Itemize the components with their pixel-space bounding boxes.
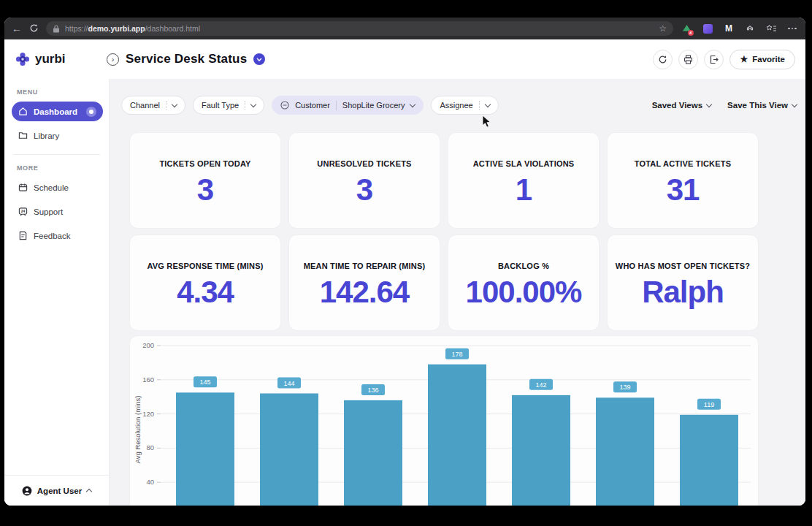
svg-text:144: 144 — [283, 380, 294, 387]
sidebar: MENU Dashboard Library MORE — [4, 79, 110, 506]
svg-text:24: 24 — [21, 209, 26, 213]
user-label: Agent User — [37, 487, 82, 495]
favorite-button[interactable]: ★ Favorite — [729, 50, 795, 69]
sidebar-item-label: Library — [34, 132, 59, 140]
browser-toolbar: ← https://demo.yurbi.app/dashboard.html … — [4, 18, 805, 39]
sidebar-divider — [13, 154, 100, 155]
dashboard-active-badge — [86, 107, 96, 117]
feedback-doc-icon — [18, 231, 28, 240]
chevron-down-icon — [484, 101, 490, 107]
extensions-puzzle-icon[interactable] — [744, 23, 756, 34]
sidebar-item-feedback[interactable]: Feedback — [12, 226, 103, 245]
user-menu[interactable]: Agent User — [4, 475, 109, 506]
main-content: Channel Fault Type Custo — [110, 79, 805, 506]
kpi-cards: TICKETS OPEN TODAY 3 UNRESOLVED TICKETS … — [130, 133, 758, 330]
sidebar-item-library[interactable]: Library — [12, 126, 103, 145]
sidebar-item-label: Schedule — [34, 183, 69, 192]
kpi-card-backlog-percent: BACKLOG % 100.00% — [448, 235, 599, 330]
bar-chart-svg: 4080120160200Avg Resolution (mins)145144… — [130, 336, 758, 506]
saved-views-dropdown[interactable]: Saved Views — [652, 101, 711, 110]
calendar-icon — [18, 183, 28, 192]
adblock-extension-icon[interactable]: K — [681, 23, 692, 34]
user-avatar-icon — [22, 486, 32, 496]
reload-icon — [29, 23, 39, 33]
svg-text:200: 200 — [142, 341, 154, 349]
header-actions: ★ Favorite — [653, 50, 805, 69]
folder-icon — [18, 131, 28, 140]
sidebar-item-label: Feedback — [34, 232, 71, 240]
svg-text:178: 178 — [451, 351, 462, 358]
app-body: MENU Dashboard Library MORE — [4, 79, 805, 506]
svg-text:80: 80 — [146, 443, 154, 451]
dashboard-select-icon[interactable] — [253, 53, 265, 65]
chevron-down-icon — [410, 101, 415, 107]
sidebar-item-support[interactable]: 24 Support — [12, 202, 103, 221]
filter-customer[interactable]: Customer ShopLite Grocery — [272, 96, 424, 115]
kpi-card-total-active-tickets: TOTAL ACTIVE TICKETS 31 — [608, 133, 758, 228]
bookmark-star-icon[interactable]: ☆ — [659, 23, 667, 34]
svg-text:145: 145 — [199, 378, 210, 386]
print-button[interactable] — [678, 50, 698, 69]
chevron-down-icon — [792, 101, 797, 107]
sidebar-collapse-icon[interactable]: › — [107, 53, 119, 66]
browser-menu-icon[interactable] — [786, 23, 798, 34]
page-title: Service Desk Status — [126, 52, 247, 66]
sidebar-item-label: Support — [34, 207, 63, 216]
save-this-view-dropdown[interactable]: Save This View — [727, 101, 797, 110]
kpi-card-mean-time-to-repair: MEAN TIME TO REPAIR (MINS) 142.64 — [289, 235, 440, 330]
filter-assignee[interactable]: Assignee — [431, 96, 498, 115]
purple-extension-icon[interactable] — [702, 23, 713, 34]
kpi-card-active-sla-violations: ACTIVE SLA VIOLATIONS 1 — [448, 133, 599, 228]
logo-text: yurbi — [35, 52, 66, 66]
filter-bar: Channel Fault Type Custo — [110, 79, 805, 115]
svg-text:160: 160 — [142, 376, 154, 384]
svg-text:120: 120 — [142, 410, 154, 418]
url-text: https://demo.yurbi.app/dashboard.html — [65, 24, 200, 33]
favorite-label: Favorite — [752, 55, 785, 64]
reading-list-star-icon[interactable] — [765, 23, 777, 34]
menu-section-label: MENU — [4, 85, 109, 99]
svg-text:136: 136 — [367, 386, 378, 394]
chevron-down-icon — [250, 101, 256, 107]
title-zone: › Service Desk Status — [107, 52, 265, 66]
filter-customer-value: ShopLite Grocery — [342, 101, 405, 110]
home-icon — [18, 107, 28, 116]
sidebar-item-schedule[interactable]: Schedule — [12, 178, 103, 197]
browser-reload-button[interactable] — [29, 23, 39, 34]
kpi-card-avg-response-time: AVG RESPONSE TIME (MINS) 4.34 — [130, 235, 280, 330]
app-header: yurbi › Service Desk Status — [4, 39, 805, 79]
support-24-icon: 24 — [18, 207, 28, 216]
remove-filter-icon[interactable] — [280, 101, 289, 110]
yurbi-logo-icon — [15, 51, 31, 67]
yurbi-app: yurbi › Service Desk Status — [4, 39, 805, 506]
browser-window: ← https://demo.yurbi.app/dashboard.html … — [4, 18, 805, 506]
filter-fault-type[interactable]: Fault Type — [193, 96, 264, 115]
filter-channel[interactable]: Channel — [121, 96, 185, 115]
kpi-card-unresolved-tickets: UNRESOLVED TICKETS 3 — [289, 133, 440, 228]
browser-back-button[interactable]: ← — [12, 23, 22, 34]
lock-icon — [53, 25, 60, 33]
svg-text:40: 40 — [146, 478, 154, 486]
kpi-card-most-open-tickets: WHO HAS MOST OPEN TICKETS? Ralph — [608, 235, 758, 330]
refresh-icon — [658, 55, 667, 64]
refresh-button[interactable] — [653, 50, 673, 69]
chevron-down-icon — [172, 101, 177, 107]
sidebar-item-label: Dashboard — [34, 107, 77, 116]
kpi-card-tickets-open-today: TICKETS OPEN TODAY 3 — [130, 133, 280, 228]
svg-text:Avg Resolution (mins): Avg Resolution (mins) — [134, 396, 142, 464]
export-button[interactable] — [704, 50, 724, 69]
svg-text:142: 142 — [535, 381, 546, 389]
svg-text:119: 119 — [704, 401, 714, 408]
favorite-star-icon: ★ — [740, 54, 748, 64]
chevron-up-icon — [86, 489, 92, 495]
export-icon — [709, 55, 719, 64]
m-extension-icon[interactable]: M — [723, 23, 735, 34]
svg-text:139: 139 — [619, 384, 630, 391]
more-section-label: MORE — [4, 161, 109, 175]
extensions-row: K M — [681, 23, 798, 34]
address-bar[interactable]: https://demo.yurbi.app/dashboard.html ☆ — [46, 21, 673, 36]
sidebar-item-dashboard[interactable]: Dashboard — [12, 102, 103, 121]
avg-resolution-bar-chart: 4080120160200Avg Resolution (mins)145144… — [130, 336, 758, 506]
print-icon — [683, 55, 693, 64]
app-logo[interactable]: yurbi — [4, 51, 107, 67]
